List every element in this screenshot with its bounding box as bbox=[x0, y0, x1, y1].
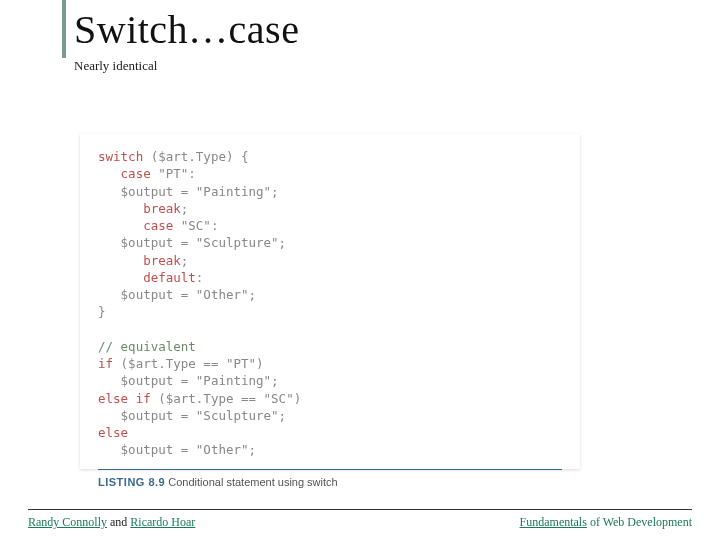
code-keyword: break bbox=[98, 253, 181, 268]
code-text: ; bbox=[181, 201, 189, 216]
footer-and: and bbox=[107, 515, 130, 529]
book-title-part: of Web Development bbox=[587, 515, 692, 529]
author-name: Randy Connolly bbox=[28, 515, 107, 529]
code-text: $output = "Painting"; bbox=[98, 184, 279, 199]
accent-bar bbox=[62, 0, 66, 58]
slide-title: Switch…case bbox=[74, 6, 299, 53]
listing-caption: LISTING 8.9 Conditional statement using … bbox=[98, 476, 562, 488]
code-block: switch ($art.Type) { case "PT": $output … bbox=[98, 148, 562, 459]
caption-rule bbox=[98, 469, 562, 470]
code-text: ($art.Type == "SC") bbox=[151, 391, 302, 406]
code-text: "PT": bbox=[151, 166, 196, 181]
footer-book: Fundamentals of Web Development bbox=[520, 515, 692, 530]
code-keyword: if bbox=[98, 356, 113, 371]
code-comment: // equivalent bbox=[98, 339, 196, 354]
code-text: $output = "Sculpture"; bbox=[98, 235, 286, 250]
code-keyword: break bbox=[98, 201, 181, 216]
code-keyword: switch bbox=[98, 149, 143, 164]
author-name: Ricardo Hoar bbox=[130, 515, 195, 529]
slide-subtitle: Nearly identical bbox=[74, 58, 157, 74]
code-text: ; bbox=[181, 253, 189, 268]
code-text: $output = "Sculpture"; bbox=[98, 408, 286, 423]
code-keyword: else bbox=[98, 425, 128, 440]
code-text: "SC": bbox=[173, 218, 218, 233]
code-text: $output = "Other"; bbox=[98, 442, 256, 457]
footer-rule bbox=[28, 509, 692, 510]
code-text: : bbox=[196, 270, 204, 285]
code-text: } bbox=[98, 304, 106, 319]
code-text: ($art.Type == "PT") bbox=[113, 356, 264, 371]
code-text: $output = "Other"; bbox=[98, 287, 256, 302]
code-keyword: case bbox=[98, 218, 173, 233]
code-keyword: else if bbox=[98, 391, 151, 406]
code-listing: switch ($art.Type) { case "PT": $output … bbox=[80, 134, 580, 469]
code-text: $output = "Painting"; bbox=[98, 373, 279, 388]
code-text: ($art.Type) { bbox=[143, 149, 248, 164]
book-title-part: Fundamentals bbox=[520, 515, 587, 529]
footer-authors: Randy Connolly and Ricardo Hoar bbox=[28, 515, 195, 530]
code-keyword: default bbox=[98, 270, 196, 285]
listing-text: Conditional statement using switch bbox=[165, 476, 337, 488]
code-keyword: case bbox=[98, 166, 151, 181]
listing-label: LISTING 8.9 bbox=[98, 476, 165, 488]
